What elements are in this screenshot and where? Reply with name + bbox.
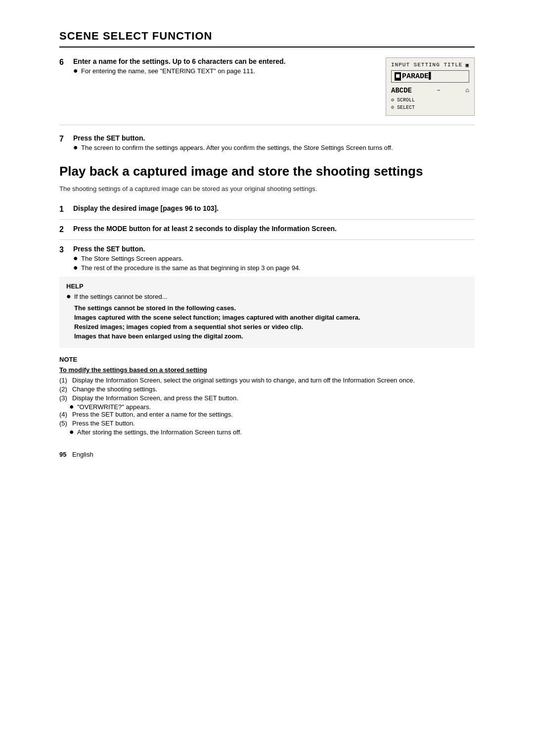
step-3-bullet-2-text: The rest of the procedure is the same as… [81,264,301,272]
page-footer: 95 English [59,451,475,458]
step-6-block: 6 Enter a name for the settings. Up to 6… [59,57,475,116]
step-2-row: 2 Press the MODE button for at least 2 s… [59,220,475,240]
note-item-2-text: Change the shooting settings. [72,385,157,393]
section-title: Scene Select Function [59,30,475,47]
step-3-content: Press the SET button. ● The Store Settin… [73,245,475,272]
bullet-dot-help: ● [66,292,74,300]
note-item-1: (1) Display the Information Screen, sele… [59,377,475,384]
step-1-row: 1 Display the desired image [pages 96 to… [59,199,475,220]
help-line1: The settings cannot be stored in the fol… [74,304,468,312]
lcd-select-label: ⊙ SELECT [391,104,469,111]
step-7-bullet-text: The screen to confirm the settings appea… [81,144,393,151]
step-7-title: Press the SET button. [73,134,475,142]
note-item-2-num: (2) [59,385,69,393]
lcd-title-label: INPUT SETTING TITLE [391,62,462,68]
bullet-dot-3a: ● [73,254,81,262]
lcd-input-end-bracket: ▌ [429,72,433,81]
note-subtitle: To modify the settings based on a stored… [59,366,475,374]
help-line2: Images captured with the scene select fu… [74,314,468,321]
page-number: 95 [59,451,66,458]
help-bullet: ● If the settings cannot be stored... [66,293,468,300]
note-section: NOTE To modify the settings based on a s… [59,356,475,436]
step-2-number: 2 [59,225,73,234]
lcd-icon: ▣ [465,62,469,68]
bullet-dot-7: ● [73,143,81,151]
note-item-3: (3) Display the Information Screen, and … [59,394,475,402]
divider-1 [59,125,475,125]
note-item-1-num: (1) [59,377,69,384]
intro-text: The shooting settings of a captured imag… [59,185,475,192]
bullet-dot: ● [73,67,81,75]
help-label: HELP [66,283,468,290]
bullet-dot-note3: ● [69,403,77,411]
step-3-bullet-1-text: The Store Settings Screen appears. [81,255,183,262]
lcd-chars: ABCDE [391,87,412,94]
lcd-cursor: ■ [395,72,401,81]
step-1-content: Display the desired image [pages 96 to 1… [73,204,475,214]
step-1-title: Display the desired image [pages 96 to 1… [73,204,475,212]
lcd-scroll-label: ⊙ SCROLL [391,96,469,104]
step-2-title: Press the MODE button for at least 2 sec… [73,225,475,233]
step-6-title: Enter a name for the settings. Up to 6 c… [73,57,376,65]
step-6-content: Enter a name for the settings. Up to 6 c… [73,57,475,116]
bullet-dot-note5: ● [69,428,77,436]
step-3-row: 3 Press the SET button. ● The Store Sett… [59,240,475,277]
note-item-4-num: (4) [59,411,69,418]
step-6-number: 6 [59,57,73,67]
step-7-block: 7 Press the SET button. ● The screen to … [59,134,475,151]
step-6-text-col: Enter a name for the settings. Up to 6 c… [73,57,376,75]
note-item-1-text: Display the Information Screen, select t… [72,377,415,384]
lcd-input-text: PARADE [402,72,429,81]
note-item-4-text: Press the SET button, and enter a name f… [72,411,233,418]
note-item-5: (5) Press the SET button. [59,420,475,427]
step-3-number: 3 [59,245,73,254]
step-3-title: Press the SET button. [73,245,475,253]
note-item-5-num: (5) [59,420,69,427]
footer-language: English [72,451,93,458]
note-item-4: (4) Press the SET button, and enter a na… [59,411,475,418]
step-3-bullet-1: ● The Store Settings Screen appears. [73,255,475,262]
note-item-3-num: (3) [59,394,69,402]
help-body: The settings cannot be stored in the fol… [74,304,468,340]
step-6-bullet-text: For entering the name, see "ENTERING TEX… [81,67,255,75]
step-7-number: 7 [59,134,73,143]
lcd-chars-row: ABCDE – ⌂ [391,87,469,94]
step-6-with-image: Enter a name for the settings. Up to 6 c… [73,57,475,116]
help-line4: Images that have been enlarged using the… [74,332,468,340]
note-item-2: (2) Change the shooting settings. [59,385,475,393]
help-section: HELP ● If the settings cannot be stored.… [59,277,475,348]
note-label: NOTE [59,356,475,363]
step-3-bullet-2: ● The rest of the procedure is the same … [73,264,475,272]
step-7-bullet: ● The screen to confirm the settings app… [73,144,475,151]
note-item-3-sub-text: "OVERWRITE?" appears. [77,403,151,411]
step-6-bullet: ● For entering the name, see "ENTERING T… [73,67,376,75]
note-item-3-sub: ● "OVERWRITE?" appears. [69,403,475,411]
lcd-input-row: ■ PARADE ▌ [391,70,469,83]
lcd-scroll-row: ⊙ SCROLL ⊙ SELECT [391,96,469,111]
note-item-5-sub-text: After storing the settings, the Informat… [77,428,242,436]
lcd-symbol: ⌂ [465,87,469,94]
bullet-dot-3b: ● [73,264,81,272]
help-bullet-text: If the settings cannot be stored... [74,293,168,300]
note-item-3-text: Display the Information Screen, and pres… [72,394,238,402]
lcd-display: INPUT SETTING TITLE ▣ ■ PARADE ▌ ABCDE –… [386,57,475,116]
note-item-5-sub: ● After storing the settings, the Inform… [69,428,475,436]
step-7-content: Press the SET button. ● The screen to co… [73,134,475,151]
step-2-content: Press the MODE button for at least 2 sec… [73,225,475,235]
step-1-number: 1 [59,204,73,214]
lcd-dash: – [437,87,441,94]
main-title: Play back a captured image and store the… [59,163,475,180]
note-item-5-text: Press the SET button. [72,420,135,427]
lcd-title-row: INPUT SETTING TITLE ▣ [391,62,469,68]
help-line3: Resized images; images copied from a seq… [74,323,468,331]
